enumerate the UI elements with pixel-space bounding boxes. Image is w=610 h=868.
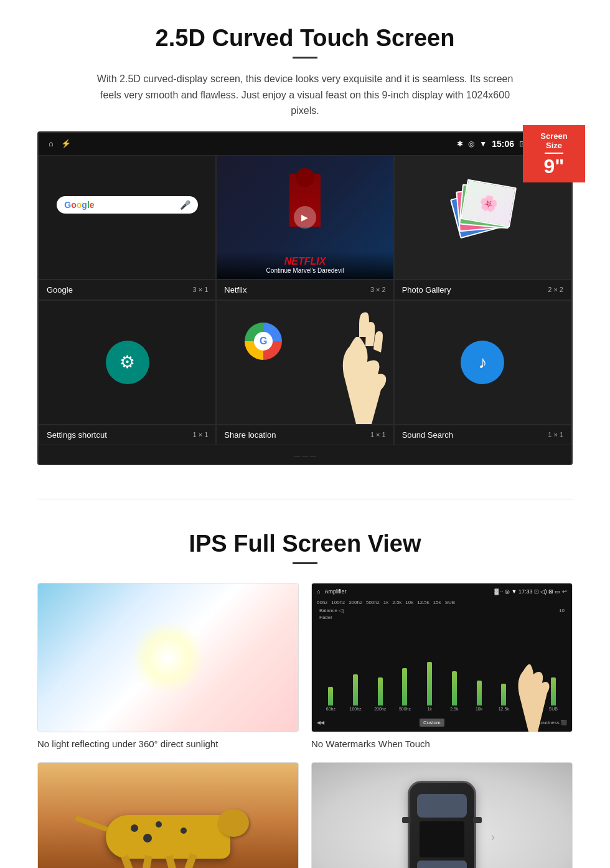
car-image: › <box>312 763 572 868</box>
netflix-logo: NETFLIX <box>223 256 387 267</box>
section1-title: 2.5D Curved Touch Screen <box>37 25 573 52</box>
leg4 <box>184 853 197 868</box>
g-circle: G <box>245 323 282 360</box>
bluetooth-icon: ✱ <box>457 139 463 148</box>
google-app-name: Google <box>47 285 73 295</box>
settings-app-cell[interactable]: ⚙ <box>39 300 216 425</box>
spot2 <box>156 821 162 828</box>
leg2 <box>141 855 152 868</box>
sunlight-label: No light reflecting under 360° direct su… <box>37 738 218 749</box>
page-container: 2.5D Curved Touch Screen With 2.5D curve… <box>0 0 610 868</box>
leg3 <box>166 855 179 868</box>
amp-header: ⌂ Amplifier ▓ ·· ◎ ▼ 17:33 ⊡ ◁) ⊠ ▭ ↩ <box>317 588 567 595</box>
daredevil-bg: ▶ NETFLIX Continue Marvel's Daredevil <box>217 156 393 279</box>
amp-title: ⌂ Amplifier <box>317 588 346 595</box>
eq-bar-wrapper: 60hz <box>319 687 342 711</box>
google-search-box[interactable]: Google 🎤 <box>57 196 198 214</box>
cheetah-body-wrapper <box>106 815 230 859</box>
sunlight-image-box <box>37 583 299 732</box>
amplifier-image-box: ⌂ Amplifier ▓ ·· ◎ ▼ 17:33 ⊡ ◁) ⊠ ▭ ↩ 60… <box>311 583 573 732</box>
google-logo: Google <box>64 200 94 210</box>
amplifier-item: ⌂ Amplifier ▓ ·· ◎ ▼ 17:33 ⊡ ◁) ⊠ ▭ ↩ 60… <box>311 583 573 750</box>
google-cell-inner: Google 🎤 <box>39 156 215 279</box>
netflix-label-cell: Netflix 3 × 2 <box>216 280 393 300</box>
home-icon[interactable]: ⌂ <box>49 139 54 148</box>
app-labels-bottom: Settings shortcut 1 × 1 Share location 1… <box>39 425 571 445</box>
hand-gesture-svg <box>319 312 393 424</box>
sunlight-item: No light reflecting under 360° direct su… <box>37 583 299 750</box>
app-labels-top: Google 3 × 1 Netflix 3 × 2 Photo Gallery… <box>39 280 571 300</box>
cheetah-head <box>218 809 249 837</box>
eq-bar-wrapper: 100hz <box>344 674 367 711</box>
sound-label-cell: Sound Search 1 × 1 <box>394 425 571 445</box>
car-body <box>408 781 476 868</box>
ips-grid: No light reflecting under 360° direct su… <box>37 583 573 868</box>
car-image-box: › <box>311 762 573 868</box>
status-bar: ⌂ ⚡ ✱ ◎ ▼ 15:06 ⊡ ◁) ⊠ ▭ <box>39 133 571 155</box>
scroll-indicator: — — — <box>39 445 571 464</box>
flower-icon: 🌸 <box>478 193 499 214</box>
section2-title: IPS Full Screen View <box>37 531 573 557</box>
sound-search-app-cell[interactable]: ♪ <box>394 300 571 425</box>
netflix-app-size: 3 × 2 <box>370 286 386 293</box>
app-grid-top: Google 🎤 ▶ <box>39 155 571 280</box>
car-roof <box>420 821 464 857</box>
settings-label-cell: Settings shortcut 1 × 1 <box>39 425 216 445</box>
front-windshield <box>417 794 467 818</box>
eq-bar-wrapper: 2.5k <box>443 671 466 711</box>
netflix-subtitle: Continue Marvel's Daredevil <box>223 267 387 274</box>
status-time: 15:06 <box>492 139 514 149</box>
google-app-size: 3 × 1 <box>193 286 209 293</box>
eq-bar-wrapper: 10k <box>467 681 490 711</box>
gallery-app-name: Photo Gallery <box>402 285 451 295</box>
gallery-label-cell: Photo Gallery 2 × 2 <box>394 280 571 300</box>
netflix-app-cell[interactable]: ▶ NETFLIX Continue Marvel's Daredevil <box>216 155 393 280</box>
eq-label: 60hz <box>326 707 336 711</box>
gallery-app-size: 2 × 2 <box>548 286 563 293</box>
cheetah-image <box>38 763 298 868</box>
usb-icon: ⚡ <box>61 139 71 148</box>
eq-bar <box>353 674 358 705</box>
share-location-app-cell[interactable]: G <box>216 300 393 425</box>
amplifier-label: No Watermarks When Touch <box>311 738 430 749</box>
cheetah-image-box <box>37 762 299 868</box>
badge-size: 9" <box>544 155 565 177</box>
google-label-cell: Google 3 × 1 <box>39 280 216 300</box>
spot3 <box>143 834 152 842</box>
mic-icon[interactable]: 🎤 <box>180 200 190 210</box>
sunlight-image <box>38 583 298 732</box>
wifi-icon: ▼ <box>479 139 487 148</box>
car-item: › Large Viewing Angle <box>311 762 573 868</box>
settings-icon: ⚙ <box>106 341 149 384</box>
cheetah-item: Super Fast Response <box>37 762 299 868</box>
sun-flare <box>131 620 205 695</box>
right-arrow: › <box>491 830 495 843</box>
status-left: ⌂ ⚡ <box>49 139 71 148</box>
custom-btn[interactable]: Custom <box>420 719 444 727</box>
sound-app-size: 1 × 1 <box>548 431 563 438</box>
eq-label: 10k <box>476 707 482 711</box>
g-inner: G <box>254 332 273 351</box>
mirror-left <box>402 817 411 823</box>
amp-fader: Fader <box>317 613 567 621</box>
photo-stack: 🌸 <box>451 186 514 248</box>
spot4 <box>181 828 187 834</box>
google-app-cell[interactable]: Google 🎤 <box>39 155 216 280</box>
android-screen: ⌂ ⚡ ✱ ◎ ▼ 15:06 ⊡ ◁) ⊠ ▭ <box>37 131 573 465</box>
eq-bar <box>477 681 482 705</box>
eq-bar <box>427 662 432 705</box>
netflix-overlay: NETFLIX Continue Marvel's Daredevil <box>217 251 393 279</box>
sound-search-icon: ♪ <box>461 341 504 384</box>
rear-windshield <box>417 861 467 868</box>
badge-label: Screen Size <box>532 131 576 150</box>
amp-time: ▓ ·· ◎ ▼ 17:33 ⊡ ◁) ⊠ ▭ ↩ <box>495 588 568 595</box>
amp-nav: ◀◀ <box>317 720 324 725</box>
share-app-size: 1 × 1 <box>370 431 386 438</box>
play-button[interactable]: ▶ <box>294 206 316 229</box>
eq-bar-wrapper: 200hz <box>368 677 392 711</box>
badge-divider <box>545 153 563 154</box>
amp-hand-svg <box>504 657 553 732</box>
daredevil-head <box>296 168 314 187</box>
app-grid-bottom: ⚙ G <box>39 300 571 425</box>
eq-bar <box>452 671 457 705</box>
